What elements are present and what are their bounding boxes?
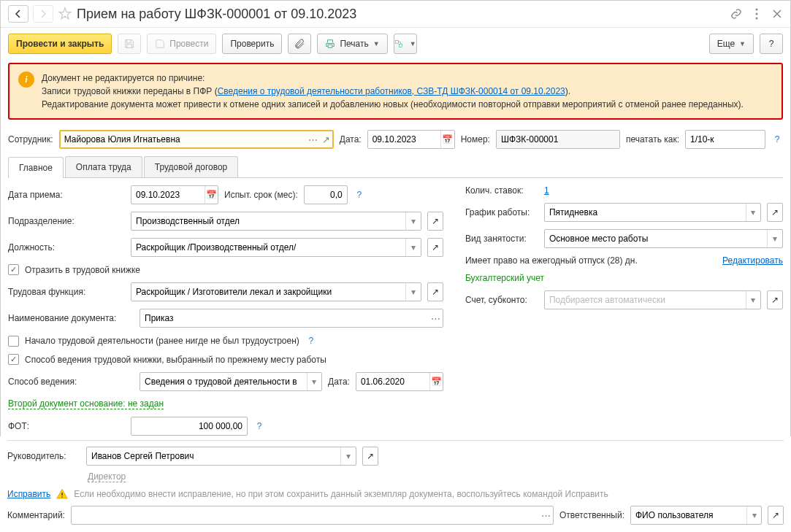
number-label: Номер: bbox=[461, 134, 490, 144]
rates-link[interactable]: 1 bbox=[544, 185, 549, 196]
chevron-down-icon[interactable]: ▾ bbox=[746, 204, 760, 221]
fix-link[interactable]: Исправить bbox=[7, 489, 50, 499]
open-button[interactable]: ↗ bbox=[767, 203, 783, 222]
open-button[interactable]: ↗ bbox=[362, 447, 378, 466]
pfr-record-link[interactable]: Сведения о трудовой деятельности работни… bbox=[218, 86, 565, 96]
window-title: Прием на работу ШФЗК-000001 от 09.10.202… bbox=[77, 7, 726, 22]
open-button[interactable]: ↗ bbox=[427, 282, 443, 301]
save-button[interactable] bbox=[118, 34, 141, 54]
check-button[interactable]: Проверить bbox=[222, 34, 282, 54]
nav-back-button[interactable] bbox=[8, 5, 28, 23]
first-job-checkbox[interactable] bbox=[8, 336, 19, 347]
function-field[interactable]: ▾ bbox=[131, 282, 421, 301]
probation-field[interactable] bbox=[304, 185, 348, 204]
method-date-field[interactable]: 📅 bbox=[356, 372, 443, 391]
second-doc-link[interactable]: Второй документ основание: не задан bbox=[8, 398, 164, 409]
more-button[interactable]: Еще▼ bbox=[709, 34, 754, 54]
position-field[interactable]: ▾ bbox=[131, 238, 421, 257]
chevron-down-icon[interactable]: ▾ bbox=[405, 212, 421, 230]
date-label: Дата: bbox=[340, 134, 362, 144]
help-icon[interactable]: ? bbox=[305, 335, 317, 347]
svg-rect-4 bbox=[399, 45, 402, 47]
related-button[interactable]: ▼ bbox=[394, 34, 417, 54]
department-field[interactable]: ▾ bbox=[131, 212, 421, 231]
open-button[interactable]: ↗ bbox=[767, 290, 783, 309]
calendar-icon[interactable]: 📅 bbox=[429, 373, 443, 390]
calendar-icon[interactable]: 📅 bbox=[440, 131, 454, 148]
attach-button[interactable] bbox=[288, 34, 311, 54]
chevron-down-icon[interactable]: ▾ bbox=[405, 239, 421, 256]
help-icon[interactable]: ? bbox=[771, 134, 783, 145]
print-as-field[interactable] bbox=[685, 130, 765, 149]
favorite-icon[interactable] bbox=[58, 7, 72, 21]
svg-rect-3 bbox=[395, 40, 398, 43]
warning-alert: i Документ не редактируется по причине: … bbox=[8, 63, 783, 120]
warning-icon bbox=[56, 488, 68, 500]
chevron-down-icon[interactable]: ▾ bbox=[307, 373, 321, 390]
reflect-checkbox[interactable] bbox=[8, 264, 19, 275]
chevron-down-icon[interactable]: ▾ bbox=[405, 283, 421, 301]
tab-payment[interactable]: Оплата труда bbox=[65, 156, 142, 177]
head-position-link[interactable]: Директор bbox=[88, 471, 126, 482]
open-button[interactable]: ↗ bbox=[427, 212, 443, 231]
info-icon: i bbox=[18, 72, 34, 88]
print-button[interactable]: Печать▼ bbox=[317, 34, 387, 54]
ellipsis-icon[interactable]: ⋯ bbox=[429, 313, 443, 324]
open-icon[interactable]: ↗ bbox=[320, 134, 333, 145]
svg-rect-5 bbox=[62, 493, 63, 496]
kebab-icon[interactable] bbox=[751, 8, 763, 20]
account-field[interactable]: ▾ bbox=[544, 290, 761, 309]
svg-rect-6 bbox=[62, 496, 63, 497]
method-field[interactable]: ▾ bbox=[140, 372, 322, 391]
svg-point-0 bbox=[756, 9, 758, 11]
responsible-field[interactable]: ▾ bbox=[630, 506, 762, 525]
head-field[interactable]: ▾ bbox=[86, 447, 356, 466]
svg-point-2 bbox=[756, 18, 758, 20]
help-button[interactable]: ? bbox=[760, 34, 783, 54]
prev-method-checkbox[interactable] bbox=[8, 354, 19, 365]
employee-label: Сотрудник: bbox=[8, 134, 53, 144]
chevron-down-icon[interactable]: ▾ bbox=[767, 230, 782, 247]
edit-vacation-link[interactable]: Редактировать bbox=[722, 255, 783, 266]
fot-field[interactable] bbox=[131, 417, 248, 436]
svg-point-1 bbox=[756, 13, 758, 15]
accounting-header: Бухгалтерский учет bbox=[465, 273, 783, 283]
chevron-down-icon[interactable]: ▾ bbox=[340, 447, 356, 465]
schedule-field[interactable]: ▾ bbox=[544, 203, 761, 222]
nav-forward-button[interactable] bbox=[33, 5, 53, 23]
employee-field[interactable]: ⋯ ↗ bbox=[59, 130, 334, 149]
ellipsis-icon[interactable]: ⋯ bbox=[539, 510, 553, 521]
post-and-close-button[interactable]: Провести и закрыть bbox=[8, 34, 112, 54]
employment-type-field[interactable]: ▾ bbox=[544, 229, 783, 248]
post-button[interactable]: Провести bbox=[147, 34, 216, 54]
hire-date-field[interactable]: 📅 bbox=[131, 185, 218, 204]
close-icon[interactable] bbox=[771, 8, 783, 20]
chevron-down-icon[interactable]: ▾ bbox=[746, 291, 760, 309]
help-icon[interactable]: ? bbox=[253, 420, 265, 432]
help-icon[interactable]: ? bbox=[354, 189, 365, 201]
docname-field[interactable]: ⋯ bbox=[140, 309, 443, 328]
date-field[interactable]: 📅 bbox=[367, 130, 455, 149]
ellipsis-icon[interactable]: ⋯ bbox=[307, 134, 320, 145]
chevron-down-icon[interactable]: ▾ bbox=[746, 506, 761, 524]
tab-contract[interactable]: Трудовой договор bbox=[144, 156, 238, 177]
link-icon[interactable] bbox=[730, 8, 742, 20]
open-button[interactable]: ↗ bbox=[427, 238, 443, 257]
tab-main[interactable]: Главное bbox=[8, 157, 64, 178]
number-field bbox=[496, 130, 620, 149]
print-as-label: печатать как: bbox=[626, 134, 679, 144]
calendar-icon[interactable]: 📅 bbox=[205, 186, 218, 204]
open-button[interactable]: ↗ bbox=[768, 506, 784, 525]
comment-field[interactable]: ⋯ bbox=[71, 506, 554, 525]
